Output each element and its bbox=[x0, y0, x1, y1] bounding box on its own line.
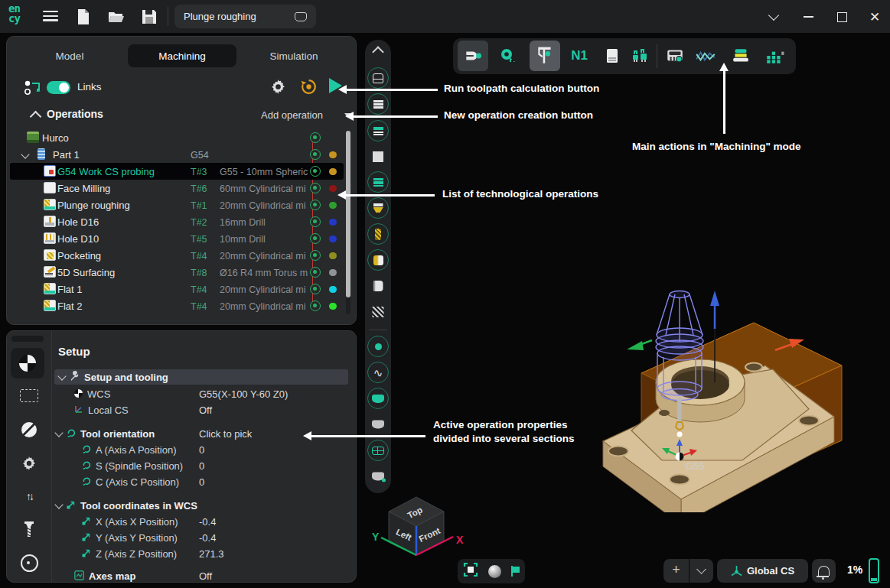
operation-row-hole-d10[interactable]: Hole D10T#510mm Drill bbox=[10, 230, 344, 247]
stock-top-teal-icon[interactable] bbox=[367, 120, 389, 141]
section-chevron-icon[interactable] bbox=[54, 428, 63, 437]
setup-row-a-axis-a-position[interactable]: A (Axis A Position)0 bbox=[51, 442, 356, 458]
operation-enabled-radio[interactable] bbox=[310, 267, 321, 278]
notebook-icon[interactable] bbox=[373, 281, 383, 291]
tool-tip-icon[interactable] bbox=[367, 197, 389, 219]
setup-value[interactable]: G55(X-100 Y-60 Z0) bbox=[199, 388, 288, 400]
settings-gear-icon[interactable] bbox=[7, 456, 51, 471]
operation-enabled-radio[interactable] bbox=[310, 250, 321, 261]
section-chevron-icon[interactable] bbox=[54, 500, 63, 508]
stock-select-icon[interactable] bbox=[7, 389, 51, 402]
setup-row-axes-map[interactable]: Axes mapOff bbox=[51, 568, 356, 584]
setup-row-c-axis-c-position[interactable]: C (Axis C Position)0 bbox=[51, 474, 356, 490]
setup-value[interactable]: 271.3 bbox=[199, 548, 224, 560]
operation-selector[interactable]: Plunge roughing bbox=[174, 5, 316, 28]
panel-drag-handle[interactable] bbox=[11, 336, 44, 342]
n1-icon[interactable]: N1 bbox=[564, 41, 595, 71]
fit-to-screen-icon[interactable] bbox=[463, 562, 478, 580]
magnet-icon[interactable] bbox=[458, 41, 488, 71]
fixtures-icon[interactable] bbox=[624, 41, 655, 71]
calculator-icon[interactable] bbox=[660, 41, 690, 71]
tool-icon[interactable] bbox=[7, 520, 51, 538]
plain-square-icon[interactable] bbox=[373, 151, 383, 162]
operation-enabled-radio[interactable] bbox=[310, 166, 321, 177]
operation-row-face-milling[interactable]: Face MillingT#660mm Cylindrical mi bbox=[10, 180, 344, 197]
point-icon[interactable] bbox=[367, 336, 389, 357]
operations-scrollbar[interactable] bbox=[346, 131, 350, 314]
operation-enabled-radio[interactable] bbox=[310, 149, 321, 160]
operation-row-flat-1[interactable]: Flat 1T#420mm Cylindrical mi bbox=[10, 281, 344, 297]
scroll-up-icon[interactable] bbox=[374, 48, 383, 57]
tool-holder-icon[interactable] bbox=[367, 249, 389, 271]
caliper-icon[interactable] bbox=[530, 41, 560, 71]
close-icon[interactable]: ✕ bbox=[865, 8, 885, 25]
maximize-icon[interactable] bbox=[832, 8, 852, 25]
menu-icon[interactable] bbox=[43, 11, 58, 21]
graph-icon[interactable] bbox=[690, 41, 721, 71]
setup-row-z-axis-z-position[interactable]: Z (Axis Z Position)271.3 bbox=[51, 546, 356, 562]
setup-row-local-cs[interactable]: Local CSOff bbox=[51, 402, 356, 418]
drill-bit-icon[interactable] bbox=[367, 223, 389, 245]
setup-value[interactable]: Click to pick bbox=[199, 428, 252, 440]
cs-dropdown-button[interactable] bbox=[690, 559, 713, 583]
add-cs-button[interactable]: + bbox=[663, 559, 689, 583]
setup-row-y-axis-y-position[interactable]: Y (Axis Y Position)-0.4 bbox=[51, 530, 356, 546]
open-file-icon[interactable] bbox=[107, 8, 126, 26]
operation-enabled-radio[interactable] bbox=[310, 132, 321, 143]
operation-enabled-radio[interactable] bbox=[310, 300, 321, 311]
operation-row-part-1[interactable]: Part 1G54 bbox=[10, 146, 344, 163]
setup-row-setup-and-tooling[interactable]: Setup and tooling bbox=[54, 369, 348, 385]
operation-enabled-radio[interactable] bbox=[310, 216, 321, 227]
setup-value[interactable]: 0 bbox=[199, 476, 204, 488]
surface-gray-icon[interactable] bbox=[372, 421, 384, 429]
surface-dot-icon[interactable] bbox=[372, 473, 384, 481]
workpiece-teal-icon[interactable] bbox=[367, 171, 389, 193]
minimize-icon[interactable] bbox=[798, 8, 818, 25]
tape-measure-icon[interactable] bbox=[493, 41, 523, 71]
section-chevron-icon[interactable] bbox=[57, 372, 66, 380]
setup-value[interactable]: Off bbox=[199, 404, 212, 416]
operation-row-plunge-roughing[interactable]: Plunge roughingT#120mm Cylindrical mi bbox=[10, 197, 344, 213]
compass-icon[interactable] bbox=[7, 422, 51, 437]
setup-value[interactable]: 0 bbox=[199, 444, 204, 456]
collapse-icon[interactable] bbox=[764, 8, 784, 25]
operation-enabled-radio[interactable] bbox=[310, 183, 321, 193]
layers-icon[interactable] bbox=[725, 41, 756, 71]
operation-enabled-radio[interactable] bbox=[310, 284, 321, 294]
new-file-icon[interactable] bbox=[74, 8, 93, 26]
document-icon[interactable] bbox=[597, 41, 628, 71]
viewport-3d[interactable]: G55 bbox=[578, 268, 890, 512]
flag-icon[interactable] bbox=[511, 566, 520, 577]
setup-value[interactable]: 0 bbox=[199, 460, 204, 472]
stock-stack-icon[interactable] bbox=[367, 93, 389, 115]
setup-row-x-axis-x-position[interactable]: X (Axis X Position)-0.4 bbox=[51, 514, 356, 530]
operation-enabled-radio[interactable] bbox=[310, 233, 321, 244]
shading-mode-icon[interactable] bbox=[488, 565, 501, 578]
operation-row-5d-surfacing[interactable]: 5D SurfacingT#8Ø16 R4 mm Torus m bbox=[10, 264, 344, 281]
mesh-surface-icon[interactable] bbox=[367, 440, 389, 461]
save-file-icon[interactable] bbox=[140, 8, 158, 26]
setup-row-wcs[interactable]: WCSG55(X-100 Y-60 Z0) bbox=[51, 386, 356, 402]
surface-teal-icon[interactable] bbox=[367, 388, 389, 409]
notifications-button[interactable] bbox=[812, 559, 836, 583]
global-cs-button[interactable]: Global CS bbox=[717, 559, 808, 583]
setup-row-s-spindle-position[interactable]: S (Spindle Position)0 bbox=[51, 458, 356, 474]
wcs-origin-icon[interactable] bbox=[11, 348, 44, 378]
operation-row-hole-d16[interactable]: Hole D16T#216mm Drill bbox=[10, 213, 344, 230]
operation-row-hurco[interactable]: Hurco bbox=[10, 129, 344, 146]
machine-icon[interactable] bbox=[367, 67, 389, 89]
expander-icon[interactable] bbox=[21, 150, 29, 158]
curve-icon[interactable]: ∿ bbox=[367, 362, 389, 383]
setup-value[interactable]: -0.4 bbox=[199, 532, 216, 544]
setup-value[interactable]: -0.4 bbox=[199, 516, 216, 528]
operation-row-flat-2[interactable]: Flat 2T#420mm Cylindrical mi bbox=[10, 297, 344, 314]
setup-value[interactable]: Off bbox=[199, 570, 212, 582]
operation-row-g54-work-cs-probing[interactable]: G54 Work CS probingT#3G55 - 10mm Spheric bbox=[10, 163, 344, 180]
hatch-square-icon[interactable] bbox=[373, 307, 384, 317]
operation-enabled-radio[interactable] bbox=[310, 200, 321, 210]
dial-icon[interactable] bbox=[7, 554, 51, 572]
operation-row-pocketing[interactable]: PocketingT#420mm Cylindrical mi bbox=[10, 247, 344, 264]
sort-moves-icon[interactable]: ↑↓ bbox=[7, 490, 51, 502]
setup-row-tool-coordinates-in-wcs[interactable]: Tool coordinates in WCS bbox=[51, 498, 356, 514]
statistics-icon[interactable] bbox=[759, 41, 790, 71]
